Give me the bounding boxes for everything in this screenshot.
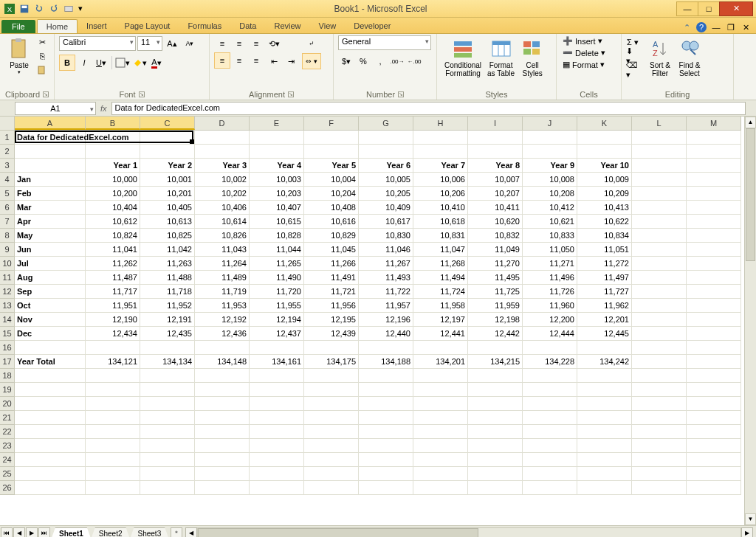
bold-button[interactable]: B: [59, 55, 75, 71]
comma-format-icon[interactable]: ,: [372, 53, 388, 69]
align-middle-icon[interactable]: ≡: [231, 35, 247, 52]
tab-review[interactable]: Review: [265, 19, 309, 33]
font-color-button[interactable]: A▾: [148, 55, 165, 71]
merge-center-button[interactable]: ⇔ ▾: [302, 53, 321, 69]
percent-format-icon[interactable]: %: [355, 53, 371, 69]
col-header-K[interactable]: K: [577, 117, 632, 130]
fx-icon[interactable]: fx: [100, 104, 107, 113]
workbook-close-icon[interactable]: ✕: [740, 21, 752, 33]
hscroll-thumb[interactable]: [198, 528, 478, 538]
row-header-16[interactable]: 16: [0, 341, 14, 355]
col-header-H[interactable]: H: [413, 117, 468, 130]
new-sheet-icon[interactable]: ＊: [171, 527, 182, 538]
worksheet[interactable]: ABCDEFGHIJKLM 12345678910111213141516171…: [0, 117, 756, 525]
row-headers[interactable]: 1234567891011121314151617181920212223242…: [0, 131, 15, 495]
row-header-9[interactable]: 9: [0, 243, 14, 257]
col-header-B[interactable]: B: [86, 117, 140, 130]
scroll-left-icon[interactable]: ◀: [185, 527, 197, 538]
prev-sheet-icon[interactable]: ◀: [13, 527, 25, 538]
formula-bar[interactable]: Data for DedicatedExcel.com: [111, 102, 746, 115]
row-header-17[interactable]: 17: [0, 355, 14, 369]
align-right-icon[interactable]: ≡: [248, 52, 264, 69]
font-size-combo[interactable]: 11: [137, 36, 162, 51]
col-header-E[interactable]: E: [250, 117, 304, 130]
tab-view[interactable]: View: [310, 19, 346, 33]
align-left-icon[interactable]: ≡: [214, 52, 230, 69]
minimize-ribbon-icon[interactable]: ⌃: [681, 21, 693, 33]
row-header-1[interactable]: 1: [0, 131, 14, 145]
scroll-down-icon[interactable]: ▼: [745, 513, 756, 525]
row-header-22[interactable]: 22: [0, 425, 14, 439]
tab-formulas[interactable]: Formulas: [179, 19, 230, 33]
align-center-icon[interactable]: ≡: [231, 52, 247, 69]
row-header-7[interactable]: 7: [0, 215, 14, 229]
qat-dropdown-icon[interactable]: ▾: [77, 2, 84, 15]
col-header-J[interactable]: J: [523, 117, 577, 130]
sheet-tab-sheet2[interactable]: Sheet2: [91, 527, 131, 537]
workbook-minimize-icon[interactable]: —: [710, 21, 722, 33]
redo-icon[interactable]: [47, 2, 61, 15]
name-box[interactable]: A1: [15, 102, 96, 115]
row-header-24[interactable]: 24: [0, 453, 14, 467]
row-header-12[interactable]: 12: [0, 285, 14, 299]
col-header-D[interactable]: D: [195, 117, 250, 130]
decrease-decimal-icon[interactable]: ←.00: [406, 53, 422, 69]
row-header-25[interactable]: 25: [0, 467, 14, 481]
increase-font-icon[interactable]: A▴: [164, 35, 180, 52]
find-select-button[interactable]: Find & Select: [675, 35, 704, 79]
row-header-14[interactable]: 14: [0, 313, 14, 327]
format-as-table-button[interactable]: Format as Table: [484, 35, 518, 79]
row-header-15[interactable]: 15: [0, 327, 14, 341]
first-sheet-icon[interactable]: ⏮: [1, 527, 13, 538]
col-header-C[interactable]: C: [140, 117, 195, 130]
format-cells-button[interactable]: ▦Format ▾: [561, 59, 607, 70]
clipboard-dialog-icon[interactable]: ↘: [43, 91, 49, 97]
close-button[interactable]: ✕: [719, 1, 753, 16]
tab-file[interactable]: File: [1, 20, 35, 33]
increase-decimal-icon[interactable]: .00→: [389, 53, 405, 69]
row-header-8[interactable]: 8: [0, 229, 14, 243]
cell-styles-button[interactable]: Cell Styles: [518, 35, 547, 79]
borders-button[interactable]: ▾: [114, 55, 131, 71]
alignment-dialog-icon[interactable]: ↘: [288, 91, 294, 97]
col-header-L[interactable]: L: [632, 117, 687, 130]
sort-filter-button[interactable]: AZSort & Filter: [645, 35, 675, 79]
tab-data[interactable]: Data: [230, 19, 265, 33]
wrap-text-button[interactable]: ⤶: [302, 35, 321, 52]
col-header-F[interactable]: F: [304, 117, 359, 130]
sheet-tab-sheet1[interactable]: Sheet1: [51, 527, 92, 537]
format-painter-icon[interactable]: [35, 63, 49, 77]
row-header-26[interactable]: 26: [0, 481, 14, 495]
qat-custom-icon[interactable]: [62, 2, 75, 15]
row-header-18[interactable]: 18: [0, 369, 14, 383]
row-header-21[interactable]: 21: [0, 411, 14, 425]
clear-icon[interactable]: ⌫ ▾: [626, 63, 639, 77]
col-header-G[interactable]: G: [359, 117, 413, 130]
number-format-combo[interactable]: General: [338, 35, 431, 50]
horizontal-scrollbar[interactable]: ◀ ▶: [185, 527, 753, 538]
row-header-3[interactable]: 3: [0, 159, 14, 173]
col-header-I[interactable]: I: [468, 117, 523, 130]
scroll-right-icon[interactable]: ▶: [741, 527, 753, 538]
save-icon[interactable]: [18, 2, 31, 15]
row-header-6[interactable]: 6: [0, 201, 14, 215]
scroll-up-icon[interactable]: ▲: [745, 117, 756, 128]
copy-icon[interactable]: ⎘: [35, 49, 49, 63]
maximize-button[interactable]: □: [698, 1, 720, 16]
tab-page-layout[interactable]: Page Layout: [116, 19, 179, 33]
orientation-icon[interactable]: ⟲▾: [266, 35, 282, 52]
italic-button[interactable]: I: [76, 55, 92, 71]
row-header-20[interactable]: 20: [0, 397, 14, 411]
row-header-19[interactable]: 19: [0, 383, 14, 397]
font-dialog-icon[interactable]: ↘: [139, 91, 145, 97]
tab-insert[interactable]: Insert: [78, 19, 116, 33]
workbook-restore-icon[interactable]: ❐: [725, 21, 737, 33]
col-header-A[interactable]: A: [15, 117, 86, 130]
vertical-scrollbar[interactable]: ▲ ▼: [744, 117, 756, 525]
row-header-23[interactable]: 23: [0, 439, 14, 453]
col-header-M[interactable]: M: [687, 117, 741, 130]
align-bottom-icon[interactable]: ≡: [248, 35, 264, 52]
minimize-button[interactable]: —: [676, 1, 698, 16]
font-name-combo[interactable]: Calibri: [59, 36, 136, 51]
row-header-10[interactable]: 10: [0, 257, 14, 271]
